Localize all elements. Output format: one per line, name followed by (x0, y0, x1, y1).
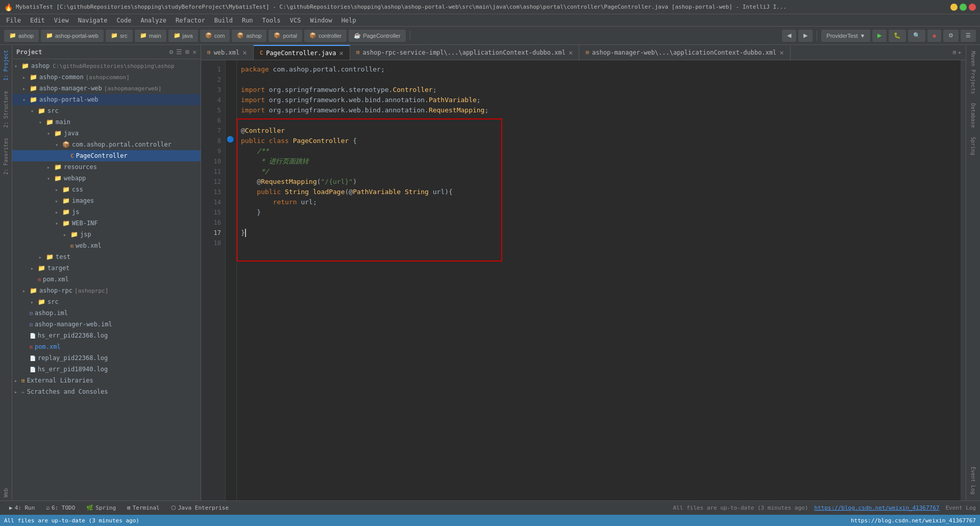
forward-btn[interactable]: ▶ (798, 30, 813, 42)
menu-run[interactable]: Run (238, 16, 257, 25)
menu-refactor[interactable]: Refactor (172, 16, 209, 25)
tab-settings-icon[interactable]: ⊞ (953, 49, 957, 56)
more-btn[interactable]: ☰ (961, 30, 976, 42)
coverage-btn[interactable]: 🔍 (908, 30, 925, 42)
spring-panel-btn[interactable]: Spring (969, 133, 977, 159)
event-log-btn[interactable]: Event Log (969, 463, 977, 498)
menu-code[interactable]: Code (113, 16, 136, 25)
code-line-16[interactable] (241, 218, 961, 228)
tree-item-hserr1[interactable]: 📄 hs_err_pid22368.log (12, 330, 201, 341)
menu-edit[interactable]: Edit (26, 16, 49, 25)
menu-file[interactable]: File (2, 16, 25, 25)
tab-web-xml[interactable]: ⊞ web.xml × (201, 45, 254, 60)
run-config-btn[interactable]: ProviderTest ▼ (821, 30, 870, 42)
bottom-tab-enterprise[interactable]: ⬡ Java Enterprise (166, 504, 234, 512)
pagecontroller-btn[interactable]: ☕ PageController (349, 30, 405, 42)
status-bar-url[interactable]: https://blog.csdn.net/weixin_41367767 (851, 517, 976, 524)
code-line-1[interactable]: package com.ashop.portal.controller; (241, 64, 961, 75)
editor-scrollbar[interactable] (961, 60, 966, 500)
java-btn[interactable]: 📁 java (168, 30, 198, 42)
com-btn[interactable]: 📦 com (200, 30, 230, 42)
code-line-15[interactable]: } (241, 207, 961, 218)
settings-btn[interactable]: ⚙ (943, 30, 959, 42)
stop-btn[interactable]: ■ (927, 30, 941, 42)
tab-manager-context[interactable]: ⊞ ashop-manager-web\...\applicationConte… (579, 45, 790, 60)
code-line-14[interactable]: return url; (241, 197, 961, 207)
sidebar-close-icon[interactable]: ✕ (192, 48, 197, 56)
tree-item-hserr2[interactable]: 📄 hs_err_pid18940.log (12, 364, 201, 375)
bottom-tab-run[interactable]: ▶ 4: Run (4, 504, 40, 512)
menu-window[interactable]: Window (306, 16, 336, 25)
code-line-4[interactable]: import org.springframework.web.bind.anno… (241, 95, 961, 105)
menu-tools[interactable]: Tools (258, 16, 285, 25)
tree-item-webinf[interactable]: ▾ 📁 WEB-INF (12, 218, 201, 229)
tree-item-ashop-rpc[interactable]: ▸ 📁 ashop-rpc [ashoprpc] (12, 285, 201, 296)
menu-vcs[interactable]: VCS (286, 16, 305, 25)
code-line-7[interactable]: @Controller (241, 126, 961, 136)
ashop-pkg-btn[interactable]: 📦 ashop (232, 30, 266, 42)
back-btn[interactable]: ◀ (782, 30, 796, 42)
src-btn[interactable]: 📁 src (106, 30, 133, 42)
project-tree[interactable]: ▾ 📁 ashop C:\githubRepositories\shopping… (12, 59, 201, 500)
bottom-tab-todo[interactable]: ☑ 6: TODO (41, 504, 80, 512)
sidebar-layout-icon[interactable]: ☰ (176, 48, 182, 56)
tab-pagecontroller-close[interactable]: × (339, 50, 344, 57)
tree-item-ashop-common[interactable]: ▸ 📁 ashop-common [ashopcommon] (12, 71, 201, 83)
tree-item-src[interactable]: ▾ 📁 src (12, 105, 201, 116)
tree-item-test[interactable]: ▸ 📁 test (12, 251, 201, 262)
code-line-11[interactable]: */ (241, 166, 961, 177)
bottom-tab-terminal[interactable]: ⊞ Terminal (122, 504, 165, 512)
code-line-12[interactable]: @RequestMapping ( "/{url}" ) (241, 177, 961, 187)
code-line-2[interactable] (241, 75, 961, 85)
portal-web-btn[interactable]: 📁 ashop-portal-web (41, 30, 104, 42)
menu-navigate[interactable]: Navigate (74, 16, 112, 25)
menu-view[interactable]: View (50, 16, 73, 25)
code-content[interactable]: ➤ package com.ashop.portal.controller; i… (237, 60, 961, 500)
debug-btn[interactable]: 🐛 (889, 30, 906, 42)
tab-manager-context-close[interactable]: × (779, 49, 783, 56)
menu-analyze[interactable]: Analyze (136, 16, 170, 25)
tree-item-webapp[interactable]: ▾ 📁 webapp (12, 173, 201, 184)
main-btn[interactable]: 📁 main (135, 30, 166, 42)
tree-item-pom-portal[interactable]: m pom.xml (12, 274, 201, 285)
close-button[interactable] (969, 4, 976, 11)
bean-icon[interactable]: 🔵 (227, 136, 234, 143)
code-line-10[interactable]: * 进行页面跳转 (241, 156, 961, 166)
tab-rpc-context[interactable]: ⊞ ashop-rpc-service-impl\...\application… (350, 45, 579, 60)
sidebar-sync-icon[interactable]: ⊞ (185, 48, 189, 56)
tree-item-portal-web[interactable]: ▾ 📁 ashop-portal-web (12, 94, 201, 105)
code-line-6[interactable] (241, 115, 961, 126)
tab-web-xml-close[interactable]: × (242, 49, 247, 56)
tree-item-src2[interactable]: ▸ 📁 src (12, 296, 201, 307)
minimize-button[interactable] (950, 4, 958, 11)
tree-item-webxml2[interactable]: ⊞ web.xml (12, 240, 201, 251)
status-url[interactable]: https://blog.csdn.net/weixin_41367767 (814, 505, 939, 511)
project-btn[interactable]: 📁 ashop (4, 30, 39, 42)
tree-item-css[interactable]: ▸ 📁 css (12, 184, 201, 195)
tree-item-pkg[interactable]: ▾ 📦 com.ashop.portal.controller (12, 139, 201, 150)
tree-item-ext-libs[interactable]: ▸ ⊞ External Libraries (12, 375, 201, 386)
portal-pkg-btn[interactable]: 📦 portal (268, 30, 302, 42)
code-line-9[interactable]: /** (241, 146, 961, 156)
tab-pagecontroller[interactable]: C PageController.java × (254, 45, 350, 60)
bottom-tab-spring[interactable]: 🌿 Spring (81, 504, 121, 512)
menu-help[interactable]: Help (337, 16, 360, 25)
controller-pkg-btn[interactable]: 📦 controller (304, 30, 347, 42)
structure-panel-btn[interactable]: 2: Structure (2, 86, 10, 133)
tree-item-pagecontroller[interactable]: C PageController (12, 150, 201, 161)
tree-item-ashop[interactable]: ▾ 📁 ashop C:\githubRepositories\shopping… (12, 60, 201, 71)
tree-item-images[interactable]: ▸ 📁 images (12, 195, 201, 206)
project-panel-btn[interactable]: 1: Project (2, 45, 10, 86)
tree-item-ashop-manager[interactable]: ▸ 📁 ashop-manager-web [ashopmanagerweb] (12, 83, 201, 94)
tree-item-ashop-iml[interactable]: ⊡ ashop.iml (12, 307, 201, 319)
database-panel-btn[interactable]: Database (969, 99, 977, 132)
code-line-18[interactable] (241, 238, 961, 248)
code-line-13[interactable]: public String loadPage ( @PathVariable S… (241, 187, 961, 197)
tree-item-jsp[interactable]: ▸ 📁 jsp (12, 229, 201, 240)
tab-scroll-right[interactable]: ▸ (958, 49, 962, 56)
tab-rpc-context-close[interactable]: × (569, 49, 573, 56)
web-panel-btn[interactable]: Web (2, 485, 10, 500)
run-btn[interactable]: ▶ (872, 30, 887, 42)
menu-build[interactable]: Build (210, 16, 237, 25)
event-log-label[interactable]: Event Log (945, 505, 976, 511)
